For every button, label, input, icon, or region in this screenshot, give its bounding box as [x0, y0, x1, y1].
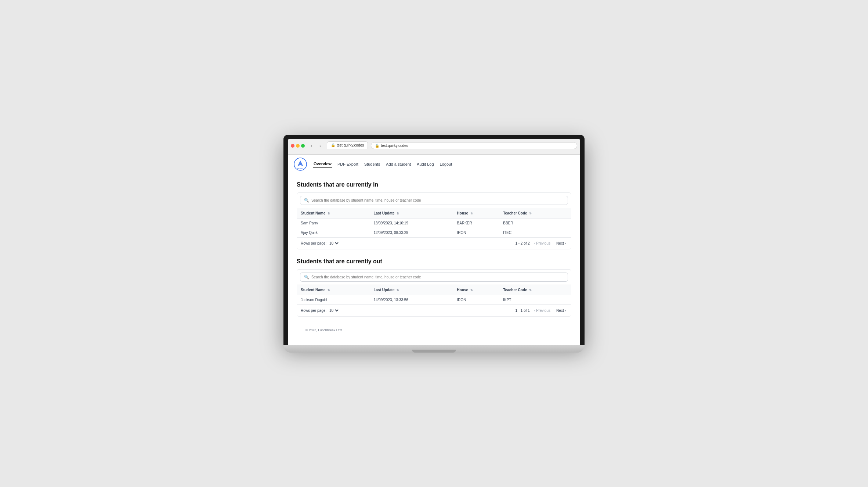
logo: TE KURA: [294, 158, 307, 171]
search-row-out: 🔍: [297, 270, 571, 285]
col-header-teacher-out[interactable]: Teacher Code ⇅: [499, 285, 571, 295]
browser-fullscreen-dot[interactable]: [301, 144, 305, 148]
next-button-in[interactable]: Next ›: [555, 241, 567, 246]
tab-bar: 🔒 test.quirky.codes: [327, 141, 368, 149]
table-header-row-out: Student Name ⇅ Last Update ⇅ House ⇅ Tea…: [297, 285, 571, 295]
search-container-in[interactable]: 🔍: [300, 196, 568, 205]
nav-audit-log[interactable]: Audit Log: [416, 160, 434, 168]
cell-name: Jackson Duguid: [297, 295, 370, 304]
nav-links: Overview PDF Export Students Add a stude…: [313, 160, 453, 168]
section-students-out: Students that are currently out 🔍: [297, 258, 571, 317]
col-header-name-in[interactable]: Student Name ⇅: [297, 208, 370, 219]
col-header-update-in[interactable]: Last Update ⇅: [370, 208, 453, 219]
cell-house: IRON: [453, 295, 500, 304]
rows-per-page-select-out[interactable]: 10 25 50: [328, 308, 340, 313]
browser-controls: [291, 144, 305, 148]
page-info-in: 1 - 2 of 2: [515, 241, 529, 245]
next-chevron-in: ›: [565, 241, 566, 245]
lock-icon: 🔒: [375, 144, 379, 148]
prev-button-out[interactable]: ‹ Previous: [533, 308, 552, 313]
col-header-name-out[interactable]: Student Name ⇅: [297, 285, 370, 295]
students-out-table-wrapper: 🔍 Student Name ⇅ Last Update ⇅ House: [297, 269, 571, 317]
table-row: Ajay Quirk 12/09/2023, 08:33:29 IRON ITE…: [297, 228, 571, 237]
address-bar[interactable]: 🔒 test.quirky.codes: [371, 142, 577, 149]
section-in-title: Students that are currently in: [297, 181, 571, 188]
search-input-in[interactable]: [311, 198, 564, 202]
cell-house: BARKER: [453, 218, 500, 228]
prev-chevron-in: ‹: [534, 241, 535, 245]
section-out-title: Students that are currently out: [297, 258, 571, 265]
tab-label: test.quirky.codes: [337, 143, 364, 147]
svg-text:TE KURA: TE KURA: [297, 168, 304, 170]
students-in-table-wrapper: 🔍 Student Name ⇅ Last Update ⇅ House: [297, 192, 571, 249]
next-chevron-out: ›: [565, 309, 566, 313]
cell-teacher: BBER: [499, 218, 571, 228]
table-row: Jackson Duguid 14/09/2023, 13:33:56 IRON…: [297, 295, 571, 304]
nav-students[interactable]: Students: [364, 160, 381, 168]
cell-house: IRON: [453, 228, 500, 237]
pagination-in: Rows per page: 10 25 50 1 - 2 of 2: [297, 237, 571, 249]
page-info-out: 1 - 1 of 1: [515, 309, 529, 313]
browser-nav: ‹ ›: [308, 142, 324, 149]
browser-minimize-dot[interactable]: [296, 144, 300, 148]
cell-teacher: IKPT: [499, 295, 571, 304]
cell-teacher: ITEC: [499, 228, 571, 237]
table-header-row-in: Student Name ⇅ Last Update ⇅ House ⇅ Tea…: [297, 208, 571, 219]
rows-per-page-select-in[interactable]: 10 25 50: [328, 241, 340, 246]
col-header-update-out[interactable]: Last Update ⇅: [370, 285, 453, 295]
cell-update: 14/09/2023, 13:33:56: [370, 295, 453, 304]
next-button-out[interactable]: Next ›: [555, 308, 567, 313]
search-container-out[interactable]: 🔍: [300, 273, 568, 282]
url-text: test.quirky.codes: [381, 144, 408, 148]
browser-chrome: ‹ › 🔒 test.quirky.codes 🔒 test.quirky.co…: [288, 139, 580, 155]
main-content: Students that are currently in 🔍: [288, 174, 580, 345]
prev-button-in[interactable]: ‹ Previous: [533, 241, 552, 246]
laptop-base: [283, 345, 585, 353]
search-row-in: 🔍: [297, 193, 571, 208]
cell-name: Sam Parry: [297, 218, 370, 228]
col-header-house-out[interactable]: House ⇅: [453, 285, 500, 295]
browser-forward-button[interactable]: ›: [317, 142, 324, 149]
search-icon-out: 🔍: [304, 275, 309, 279]
nav-overview[interactable]: Overview: [313, 160, 332, 168]
col-header-house-in[interactable]: House ⇅: [453, 208, 500, 219]
col-header-teacher-in[interactable]: Teacher Code ⇅: [499, 208, 571, 219]
browser-back-button[interactable]: ‹: [308, 142, 315, 149]
rows-per-page-in: Rows per page: 10 25 50: [301, 241, 340, 246]
cell-update: 13/09/2023, 14:10:19: [370, 218, 453, 228]
rows-per-page-label-in: Rows per page:: [301, 241, 326, 245]
search-icon-in: 🔍: [304, 198, 309, 203]
laptop-wrapper: ‹ › 🔒 test.quirky.codes 🔒 test.quirky.co…: [283, 135, 585, 353]
section-students-in: Students that are currently in 🔍: [297, 181, 571, 249]
table-row: Sam Parry 13/09/2023, 14:10:19 BARKER BB…: [297, 218, 571, 228]
students-in-table: Student Name ⇅ Last Update ⇅ House ⇅ Tea…: [297, 208, 571, 237]
laptop-screen: ‹ › 🔒 test.quirky.codes 🔒 test.quirky.co…: [283, 135, 585, 345]
nav-bar: TE KURA Overview PDF Export Students Add…: [288, 155, 580, 174]
rows-per-page-label-out: Rows per page:: [301, 309, 326, 313]
nav-add-student[interactable]: Add a student: [385, 160, 412, 168]
footer-text: © 2023, Lunchbreak LTD.: [305, 328, 343, 332]
pagination-out: Rows per page: 10 25 50 1 - 1 of 1: [297, 304, 571, 316]
cell-update: 12/09/2023, 08:33:29: [370, 228, 453, 237]
screen-inner: ‹ › 🔒 test.quirky.codes 🔒 test.quirky.co…: [288, 139, 580, 345]
rows-per-page-out: Rows per page: 10 25 50: [301, 308, 340, 313]
cell-name: Ajay Quirk: [297, 228, 370, 237]
page-content: TE KURA Overview PDF Export Students Add…: [288, 155, 580, 345]
nav-logout[interactable]: Logout: [439, 160, 453, 168]
search-input-out[interactable]: [311, 275, 564, 279]
tab-favicon: 🔒: [331, 143, 335, 147]
footer: © 2023, Lunchbreak LTD.: [297, 325, 571, 338]
students-out-table: Student Name ⇅ Last Update ⇅ House ⇅ Tea…: [297, 285, 571, 304]
nav-pdf-export[interactable]: PDF Export: [337, 160, 359, 168]
browser-close-dot[interactable]: [291, 144, 294, 148]
browser-tab[interactable]: 🔒 test.quirky.codes: [327, 141, 368, 149]
prev-chevron-out: ‹: [534, 309, 535, 313]
